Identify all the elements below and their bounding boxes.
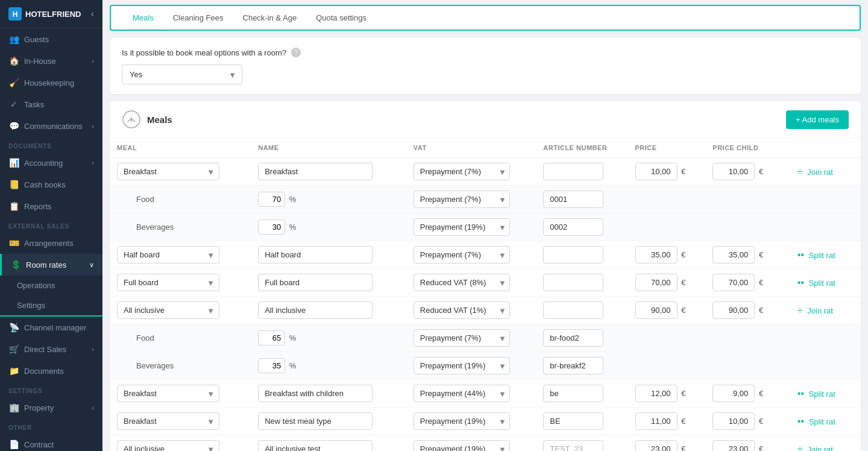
sidebar-item-operations[interactable]: Operations [0,276,102,295]
meal-type-select[interactable]: Breakfast [117,385,219,402]
sidebar-item-cashbooks[interactable]: 📒 Cash books [0,174,102,195]
price-child-input[interactable] [712,385,755,402]
tab-cleaning-fees[interactable]: Cleaning Fees [163,6,233,31]
meal-type-select[interactable]: Full board [117,274,219,291]
split-join-icon[interactable]: ÷ [797,444,803,452]
split-rate-link[interactable]: Split rat [809,279,835,288]
vat-select[interactable]: Prepayment (19%) [414,218,510,236]
help-icon[interactable]: ? [291,48,301,57]
meal-type-select[interactable]: Breakfast [117,163,219,180]
split-rate-link[interactable]: Split rat [809,390,835,399]
food-pct-input[interactable] [258,192,285,207]
vat-select[interactable]: Prepayment (7%) [414,329,510,347]
join-rate-link[interactable]: Join rat [807,306,833,315]
sidebar-item-arrangements[interactable]: 🎫 Arrangements [0,232,102,254]
cashbooks-icon: 📒 [8,179,19,190]
price-input[interactable] [635,246,678,263]
tab-quota-settings[interactable]: Quota settings [306,6,376,31]
price-child-input[interactable] [712,274,755,291]
sidebar-item-property[interactable]: 🏢 Property › [0,397,102,418]
article-number-input[interactable] [543,412,603,430]
meal-type-select[interactable]: All inclusive [117,440,219,451]
meal-type-select[interactable]: All inclusive [117,301,219,319]
article-number-input[interactable] [543,301,603,319]
sidebar-item-channel-manager[interactable]: 📡 Channel manager [0,317,102,338]
sidebar-item-settings[interactable]: Settings [0,295,102,317]
tab-checkin-age[interactable]: Check-in & Age [233,6,307,31]
sidebar-item-housekeeping[interactable]: 🧹 Housekeeping [0,72,102,93]
price-child-input[interactable] [712,440,755,451]
price-input[interactable] [635,412,678,430]
join-rate-link[interactable]: Join rat [807,445,833,452]
currency-symbol: € [759,278,763,287]
price-input[interactable] [635,301,678,319]
article-number-input[interactable] [543,274,603,291]
article-number-input[interactable] [543,246,603,263]
article-number-input[interactable] [543,218,603,236]
price-child-input[interactable] [712,412,755,430]
price-child-input[interactable] [712,163,755,180]
sidebar-item-direct-sales[interactable]: 🛒 Direct Sales › [0,338,102,360]
tab-meals[interactable]: Meals [123,6,163,31]
vat-select[interactable]: Prepayment (7%) [414,163,510,180]
currency-symbol: € [759,167,763,176]
col-meal: MEAL [110,138,251,158]
meal-name-input[interactable] [258,301,373,319]
vat-select[interactable]: Prepayment (19%) [414,440,510,451]
vat-select[interactable]: Reduced VAT (8%) [414,274,510,291]
sidebar-item-documents[interactable]: 📁 Documents [0,360,102,382]
meal-name-input[interactable] [258,246,373,263]
sidebar-item-reports[interactable]: 📋 Reports [0,195,102,217]
meal-booking-select[interactable]: Yes No [122,65,242,84]
article-number-input[interactable] [543,385,603,402]
sidebar-item-inhouse[interactable]: 🏠 In-House › [0,50,102,72]
split-rate-link[interactable]: Split rat [809,251,835,260]
vat-select[interactable]: Prepayment (7%) [414,246,510,263]
vat-select[interactable]: Prepayment (19%) [414,412,510,430]
vat-select[interactable]: Prepayment (44%) [414,385,510,402]
article-number-input[interactable] [543,163,603,180]
add-meals-button[interactable]: + Add meals [786,110,849,129]
sidebar-item-communications[interactable]: 💬 Communications › [0,115,102,137]
price-input[interactable] [635,274,678,291]
meal-type-select[interactable]: Half board [117,246,219,263]
split-join-icon[interactable]: ÷ [797,305,803,315]
meal-name-input[interactable] [258,274,373,291]
price-child-input[interactable] [712,301,755,319]
sidebar-logo[interactable]: H HOTELFRIEND ‹ [0,0,102,28]
sidebar-collapse-icon[interactable]: ‹ [91,8,94,19]
vat-select[interactable]: Prepayment (19%) [414,357,510,374]
price-child-input[interactable] [712,246,755,263]
vat-select[interactable]: Reduced VAT (1%) [414,301,510,319]
beverages-pct-input[interactable] [258,219,285,235]
sidebar-item-room-rates[interactable]: 💲 Room rates ∨ [0,254,102,276]
contract-icon: 📄 [8,439,19,450]
sidebar-item-guests[interactable]: 👥 Guests [0,28,102,50]
sidebar-item-tasks[interactable]: ✓ Tasks [0,93,102,115]
split-join-icon[interactable]: •• [797,277,804,288]
join-rate-link[interactable]: Join rat [807,168,833,177]
sidebar-item-contract[interactable]: 📄 Contract [0,434,102,451]
meal-name-input[interactable] [258,412,373,430]
split-rate-link[interactable]: Split rat [809,417,835,426]
logo-text: HOTELFRIEND [25,10,81,19]
price-input[interactable] [635,440,678,451]
meal-name-input[interactable] [258,163,373,180]
split-join-icon[interactable]: ÷ [797,166,803,177]
vat-select[interactable]: Prepayment (7%) [414,191,510,208]
split-join-icon[interactable]: •• [797,250,804,260]
meal-name-input[interactable] [258,385,373,402]
food-pct-input[interactable] [258,330,285,345]
article-number-input[interactable] [543,440,603,451]
split-join-icon[interactable]: •• [797,416,804,426]
article-number-input[interactable] [543,357,603,374]
price-input[interactable] [635,163,678,180]
article-number-input[interactable] [543,191,603,208]
sidebar-item-accounting[interactable]: 📊 Accounting › [0,152,102,174]
article-number-input[interactable] [543,329,603,347]
price-input[interactable] [635,385,678,402]
split-join-icon[interactable]: •• [797,388,804,399]
meal-type-select[interactable]: Breakfast [117,412,219,430]
meal-name-input[interactable] [258,440,373,451]
beverages-pct-input[interactable] [258,358,285,373]
